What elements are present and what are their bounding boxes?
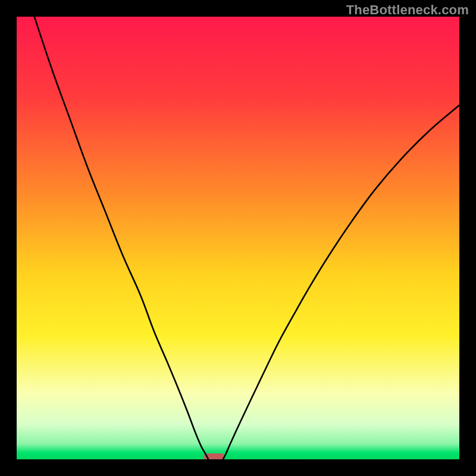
chart-background-gradient: [17, 17, 459, 459]
chart-svg: [17, 17, 459, 459]
watermark-text: TheBottleneck.com: [346, 2, 469, 18]
chart-plot-area: [17, 17, 459, 459]
chart-outer-frame: TheBottleneck.com: [0, 0, 476, 476]
